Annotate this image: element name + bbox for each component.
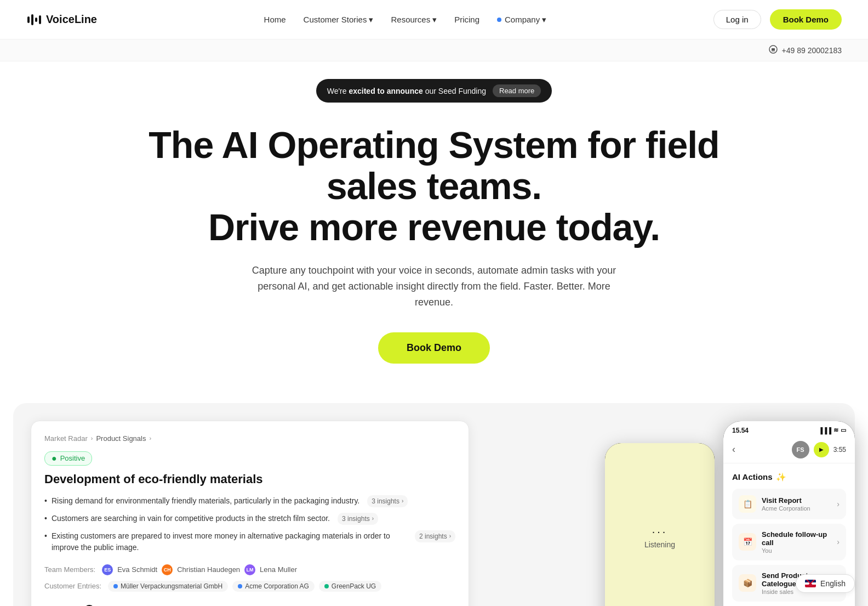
nav-resources[interactable]: Resources ▾	[391, 15, 437, 25]
list-item: Customers are searching in vain for comp…	[44, 513, 455, 525]
wifi-icon: ≋	[833, 427, 838, 434]
announcement-text: We're excited to announce our Seed Fundi…	[327, 87, 486, 95]
svg-rect-2	[35, 18, 37, 22]
book-demo-nav-button[interactable]: Book Demo	[770, 9, 842, 30]
language-selector[interactable]: English	[796, 574, 855, 593]
svg-rect-3	[39, 15, 41, 24]
breadcrumb-end: ›	[149, 435, 151, 441]
breadcrumb-item-market-radar: Market Radar	[44, 434, 88, 443]
status-icons: ▐▐▐ ≋ ▭	[819, 427, 846, 434]
book-demo-hero-button[interactable]: Book Demo	[378, 332, 490, 364]
nav-links: Home Customer Stories ▾ Resources ▾ Pric…	[264, 15, 547, 25]
recording-duration: 3:55	[833, 446, 846, 454]
phone-bar: +49 89 20002183	[0, 39, 868, 61]
avatar: LM	[244, 564, 255, 575]
desktop-panel: Market Radar › Product Signals › ● Posit…	[31, 421, 469, 606]
chevron-right-icon: ›	[837, 500, 840, 508]
customer-tag: GreenPack UG	[319, 581, 381, 592]
nav-home[interactable]: Home	[264, 15, 286, 24]
list-item: Rising demand for environmentally friend…	[44, 495, 455, 507]
action-subtitle: Acme Corporation	[762, 505, 810, 512]
positive-badge: ● Positive	[44, 451, 92, 466]
catalogue-icon: 📦	[739, 574, 756, 592]
customer-row: Customer Entries: Müller Verpackungsmate…	[44, 581, 455, 592]
logo[interactable]: VoiceLine	[26, 12, 97, 27]
customer-label: Customer Entries:	[44, 582, 101, 590]
action-title: Schedule follow-up call	[762, 530, 837, 547]
visit-report-icon: 📋	[739, 495, 756, 513]
ai-actions-title: AI Actions ✨	[732, 472, 846, 482]
followup-icon: 📅	[739, 533, 756, 551]
language-label: English	[820, 579, 846, 588]
team-member-name: Lena Muller	[260, 565, 297, 574]
team-member-name: Christian Haudegen	[177, 565, 240, 574]
chevron-down-icon: ▾	[432, 15, 437, 25]
bullet-list: Rising demand for environmentally friend…	[44, 495, 455, 553]
insight-badge[interactable]: 3 insights ›	[338, 513, 378, 525]
phone-icon	[769, 45, 778, 55]
read-more-button[interactable]: Read more	[493, 84, 541, 97]
phone-number: +49 89 20002183	[782, 46, 842, 55]
phone-time: 15.54	[732, 427, 749, 434]
action-title: Visit Report	[762, 496, 810, 505]
flag-icon	[805, 580, 816, 587]
battery-icon: ▭	[841, 427, 846, 434]
action-card-followup[interactable]: 📅 Schedule follow-up call You ›	[732, 524, 846, 560]
positive-dot: ●	[52, 454, 57, 463]
customer-dot	[238, 584, 242, 588]
avatar: CH	[162, 564, 173, 575]
hero-headline: The AI Operating System for field sales …	[133, 124, 735, 247]
team-row: Team Members: ES Eva Schmidt CH Christia…	[44, 564, 455, 575]
svg-rect-1	[31, 14, 33, 25]
hero-subtext: Capture any touchpoint with your voice i…	[242, 263, 626, 310]
nav-customer-stories[interactable]: Customer Stories ▾	[304, 15, 374, 25]
avatar: ES	[102, 564, 113, 575]
nav-company[interactable]: Company ▾	[497, 15, 546, 25]
customer-dot	[324, 584, 329, 588]
phone-statusbar: 15.54 ▐▐▐ ≋ ▭	[723, 421, 855, 437]
chevron-down-icon: ▾	[542, 15, 546, 25]
notification-dot	[497, 18, 501, 22]
signal-icon: ▐▐▐	[819, 427, 831, 434]
avatar: FS	[792, 441, 809, 458]
play-button[interactable]: ▶	[814, 442, 829, 457]
logo-icon	[26, 12, 42, 27]
phone-header: ‹ FS ▶ 3:55	[723, 437, 855, 463]
customer-tag: Acme Corporation AG	[232, 581, 315, 592]
list-item: Existing customers are prepared to inves…	[44, 530, 455, 553]
card-title: Development of eco-friendly materials	[44, 472, 455, 486]
nav-actions: Log in Book Demo	[713, 9, 842, 30]
chevron-down-icon: ▾	[369, 15, 373, 25]
chevron-right-icon: ›	[837, 537, 840, 546]
insight-badge[interactable]: 2 insights ›	[415, 530, 455, 542]
nav-pricing[interactable]: Pricing	[454, 15, 479, 24]
action-card-visit-report[interactable]: 📋 Visit Report Acme Corporation ›	[732, 489, 846, 519]
listening-dots: ...	[652, 523, 668, 536]
listening-label: Listening	[644, 540, 675, 549]
navigation: VoiceLine Home Customer Stories ▾ Resour…	[0, 0, 868, 39]
action-subtitle: You	[762, 547, 837, 554]
svg-rect-0	[27, 16, 30, 23]
announcement-banner: We're excited to announce our Seed Fundi…	[316, 79, 552, 103]
breadcrumb: Market Radar › Product Signals ›	[44, 434, 455, 443]
team-label: Team Members:	[44, 565, 95, 574]
back-arrow-icon[interactable]: ‹	[732, 444, 735, 455]
login-button[interactable]: Log in	[713, 10, 761, 29]
sparkle-icon: ✨	[776, 472, 786, 482]
breadcrumb-item-product-signals: Product Signals	[96, 434, 146, 443]
demo-section: Market Radar › Product Signals › ● Posit…	[13, 403, 855, 606]
breadcrumb-separator: ›	[91, 435, 93, 441]
phone-listening: ... Listening	[605, 443, 715, 606]
insight-badge[interactable]: 3 insights ›	[367, 495, 408, 507]
customer-tag: Müller Verpackungsmaterial GmbH	[108, 581, 228, 592]
team-member-name: Eva Schmidt	[117, 565, 157, 574]
customer-dot	[113, 584, 118, 588]
hero-section: The AI Operating System for field sales …	[0, 103, 868, 377]
